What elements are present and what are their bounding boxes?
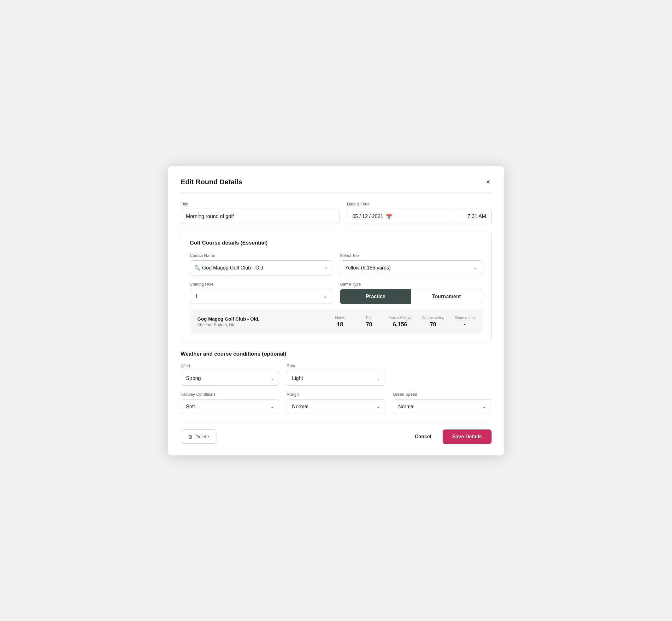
clear-course-button[interactable]: × [325,265,328,271]
par-value: 70 [366,321,372,328]
trash-icon: 🗑 [188,434,193,439]
starting-hole-dropdown[interactable]: 1234 5678 910 [190,289,333,304]
wind-rain-row: Wind Calm Light Moderate Strong Very Str… [181,364,492,385]
title-input[interactable] [181,209,339,224]
fairway-dropdown[interactable]: Firm Normal Soft Wet [181,399,279,414]
rain-dropdown[interactable]: None Light Moderate Heavy [287,371,385,385]
edit-round-modal: Edit Round Details × Title Date & Time 0… [168,166,504,455]
datetime-label: Date & Time [347,202,492,206]
starting-hole-label: Starting Hole [190,282,333,287]
course-name-input[interactable] [190,260,333,276]
close-button[interactable]: × [485,177,492,187]
course-info-location: Shelford Bottom, UK [198,323,321,327]
date-value: 05 / 12 / 2021 [352,214,383,219]
select-tee-wrap: Yellow (6,156 yards) White (6,400 yards)… [340,260,482,275]
delete-button[interactable]: 🗑 Delete [181,429,216,444]
course-name-label: Course Name [190,253,333,258]
time-field[interactable]: 7:31 AM [450,209,491,224]
course-tee-row: Course Name 🔍 × Select Tee Yellow (6,156… [190,253,482,276]
green-speed-group: Green Speed Slow Normal Fast Very Fast ⌄ [393,392,491,414]
par-stat: Par 70 [360,316,379,328]
wind-dropdown[interactable]: Calm Light Moderate Strong Very Strong [181,371,279,385]
fairway-group: Fairway Conditions Firm Normal Soft Wet … [181,392,279,414]
holes-label: Holes [335,316,345,320]
course-rating-stat: Course rating 70 [421,316,444,328]
holes-value: 18 [337,321,343,328]
rain-spacer [393,364,491,385]
rain-wrap: None Light Moderate Heavy ⌄ [287,371,385,385]
title-label: Title [181,202,339,206]
course-info-box: Gog Magog Golf Club - Old, Shelford Bott… [190,309,482,334]
starting-hole-group: Starting Hole 1234 5678 910 ⌄ [190,282,333,304]
holes-stat: Holes 18 [331,316,349,328]
select-tee-group: Select Tee Yellow (6,156 yards) White (6… [340,253,482,276]
practice-button[interactable]: Practice [340,289,411,304]
cancel-button[interactable]: Cancel [410,430,436,444]
footer-right: Cancel Save Details [410,429,492,444]
game-type-group: Game Type Practice Tournament [340,282,482,304]
rough-wrap: Short Normal Long ⌄ [287,399,385,414]
date-time-row: 05 / 12 / 2021 📅 7:31 AM [347,209,492,224]
rough-label: Rough [287,392,385,397]
fairway-label: Fairway Conditions [181,392,279,397]
modal-title: Edit Round Details [181,178,243,186]
datetime-group: Date & Time 05 / 12 / 2021 📅 7:31 AM [347,202,492,224]
course-info-name: Gog Magog Golf Club - Old, Shelford Bott… [198,316,321,327]
slope-rating-label: Slope rating [454,316,474,320]
rough-group: Rough Short Normal Long ⌄ [287,392,385,414]
green-speed-label: Green Speed [393,392,491,397]
slope-rating-value: - [463,321,465,328]
yards-value: 6,156 [393,321,407,328]
footer-row: 🗑 Delete Cancel Save Details [181,423,492,444]
select-tee-label: Select Tee [340,253,482,258]
title-group: Title [181,202,339,224]
modal-header: Edit Round Details × [181,177,492,193]
green-speed-dropdown[interactable]: Slow Normal Fast Very Fast [393,399,491,414]
slope-rating-stat: Slope rating - [454,316,474,328]
course-name-wrap: 🔍 × [190,260,333,276]
conditions-section: Weather and course conditions (optional)… [181,351,492,414]
time-value: 7:31 AM [468,214,486,219]
green-speed-wrap: Slow Normal Fast Very Fast ⌄ [393,399,491,414]
fairway-wrap: Firm Normal Soft Wet ⌄ [181,399,279,414]
select-tee-dropdown[interactable]: Yellow (6,156 yards) White (6,400 yards)… [340,260,482,275]
course-rating-value: 70 [430,321,436,328]
save-button[interactable]: Save Details [443,429,491,444]
search-icon: 🔍 [194,265,200,271]
golf-course-section: Golf Course details (Essential) Course N… [181,231,492,342]
course-rating-label: Course rating [421,316,444,320]
golf-course-section-title: Golf Course details (Essential) [190,240,482,246]
fairway-rough-green-row: Fairway Conditions Firm Normal Soft Wet … [181,392,492,414]
game-type-label: Game Type [340,282,482,287]
tournament-button[interactable]: Tournament [411,289,482,304]
delete-label: Delete [196,434,209,439]
yards-stat: Yards(Yellow) 6,156 [389,316,412,328]
par-label: Par [366,316,372,320]
rain-label: Rain [287,364,385,368]
wind-label: Wind [181,364,279,368]
starting-hole-wrap: 1234 5678 910 ⌄ [190,289,333,304]
conditions-section-title: Weather and course conditions (optional) [181,351,492,357]
title-datetime-row: Title Date & Time 05 / 12 / 2021 📅 7:31 … [181,202,492,224]
yards-label: Yards(Yellow) [389,316,412,320]
game-type-toggle: Practice Tournament [340,289,482,304]
course-info-bold-name: Gog Magog Golf Club - Old, [198,316,321,322]
rain-group: Rain None Light Moderate Heavy ⌄ [287,364,385,385]
hole-gametype-row: Starting Hole 1234 5678 910 ⌄ Game Type … [190,282,482,304]
wind-group: Wind Calm Light Moderate Strong Very Str… [181,364,279,385]
course-name-group: Course Name 🔍 × [190,253,333,276]
date-field[interactable]: 05 / 12 / 2021 📅 [347,209,450,224]
wind-wrap: Calm Light Moderate Strong Very Strong ⌄ [181,371,279,385]
rough-dropdown[interactable]: Short Normal Long [287,399,385,414]
calendar-icon: 📅 [386,214,392,220]
